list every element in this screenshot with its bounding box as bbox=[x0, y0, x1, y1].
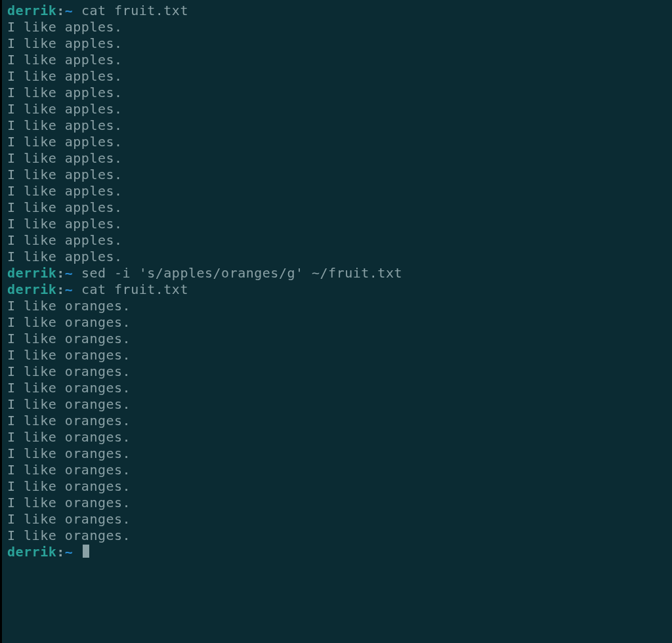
output-line: I like oranges. bbox=[7, 331, 668, 347]
prompt-separator: : bbox=[56, 3, 65, 18]
command-line: derrik:~ cat fruit.txt bbox=[7, 3, 668, 19]
output-line: I like oranges. bbox=[7, 396, 668, 413]
output-line: I like oranges. bbox=[7, 478, 668, 495]
output-line: I like apples. bbox=[7, 183, 668, 199]
output-line: I like apples. bbox=[7, 249, 668, 265]
prompt-user: derrik bbox=[7, 265, 56, 281]
output-line: I like apples. bbox=[7, 35, 668, 52]
command-text: cat fruit.txt bbox=[81, 281, 188, 297]
cursor-icon bbox=[83, 545, 89, 558]
output-line: I like apples. bbox=[7, 101, 668, 117]
command-text: cat fruit.txt bbox=[81, 3, 188, 18]
output-line: I like oranges. bbox=[7, 528, 668, 544]
prompt-path: ~ bbox=[65, 281, 74, 297]
output-line: I like apples. bbox=[7, 85, 668, 101]
output-line: I like oranges. bbox=[7, 363, 668, 380]
output-line: I like apples. bbox=[7, 117, 668, 134]
output-line: I like apples. bbox=[7, 19, 668, 35]
output-line: I like apples. bbox=[7, 52, 668, 68]
output-line: I like apples. bbox=[7, 68, 668, 85]
output-line: I like oranges. bbox=[7, 511, 668, 528]
output-line: I like oranges. bbox=[7, 495, 668, 511]
output-line: I like apples. bbox=[7, 150, 668, 167]
command-text: sed -i 's/apples/oranges/g' ~/fruit.txt bbox=[81, 265, 402, 281]
output-line: I like apples. bbox=[7, 232, 668, 249]
output-line: I like apples. bbox=[7, 199, 668, 216]
output-line: I like oranges. bbox=[7, 429, 668, 446]
prompt-symbol bbox=[73, 3, 81, 18]
prompt-path: ~ bbox=[65, 265, 74, 281]
terminal-window[interactable]: derrik:~ cat fruit.txtI like apples.I li… bbox=[0, 0, 672, 643]
prompt-user: derrik bbox=[7, 3, 56, 18]
active-prompt-line[interactable]: derrik:~ bbox=[7, 544, 668, 560]
output-line: I like apples. bbox=[7, 216, 668, 232]
output-line: I like oranges. bbox=[7, 298, 668, 314]
output-line: I like apples. bbox=[7, 167, 668, 183]
command-line: derrik:~ sed -i 's/apples/oranges/g' ~/f… bbox=[7, 265, 668, 281]
prompt-path: ~ bbox=[65, 3, 74, 18]
output-line: I like oranges. bbox=[7, 446, 668, 462]
prompt-symbol bbox=[73, 281, 81, 297]
prompt-separator: : bbox=[56, 544, 65, 560]
prompt-separator: : bbox=[56, 281, 65, 297]
output-line: I like oranges. bbox=[7, 380, 668, 396]
output-line: I like oranges. bbox=[7, 314, 668, 331]
output-line: I like oranges. bbox=[7, 347, 668, 363]
prompt-symbol bbox=[73, 265, 81, 281]
output-line: I like oranges. bbox=[7, 462, 668, 478]
prompt-user: derrik bbox=[7, 281, 56, 297]
prompt-user: derrik bbox=[7, 544, 56, 560]
prompt-separator: : bbox=[56, 265, 65, 281]
prompt-symbol bbox=[73, 544, 81, 560]
command-line: derrik:~ cat fruit.txt bbox=[7, 281, 668, 298]
output-line: I like oranges. bbox=[7, 413, 668, 429]
prompt-path: ~ bbox=[65, 544, 74, 560]
output-line: I like apples. bbox=[7, 134, 668, 150]
